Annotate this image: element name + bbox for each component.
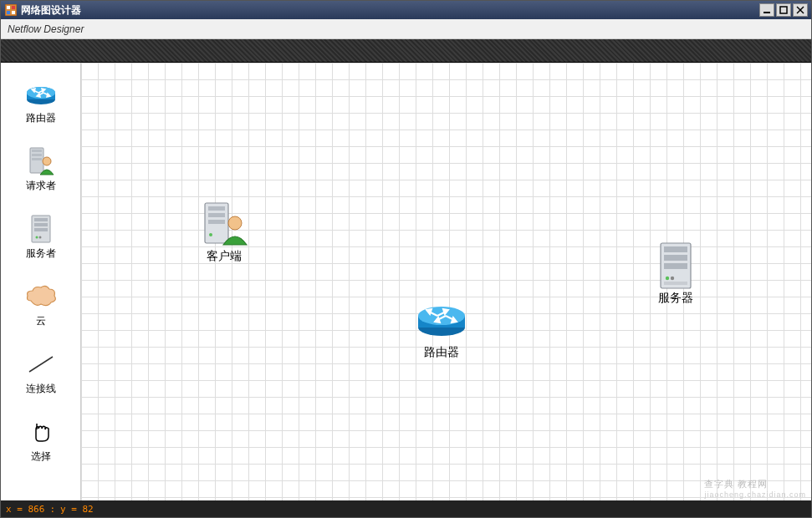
cloud-icon xyxy=(24,282,58,311)
svg-point-38 xyxy=(209,233,212,236)
tool-label: 服务者 xyxy=(26,246,56,261)
design-canvas[interactable]: 客户端 xyxy=(81,63,811,500)
status-x-label: x xyxy=(6,504,12,515)
svg-line-32 xyxy=(29,357,53,372)
svg-rect-24 xyxy=(32,158,42,160)
svg-point-12 xyxy=(27,87,55,99)
tool-line[interactable]: 连接线 xyxy=(1,348,80,398)
line-icon xyxy=(24,350,58,378)
svg-point-25 xyxy=(43,157,51,165)
node-router[interactable]: 路由器 xyxy=(416,297,467,360)
svg-point-31 xyxy=(38,236,41,239)
status-bar: x = 866 : y = 82 xyxy=(1,500,811,517)
svg-rect-22 xyxy=(32,150,42,152)
minimize-button[interactable] xyxy=(759,3,774,17)
close-button[interactable] xyxy=(793,3,808,17)
main-area: 路由器 请求者 xyxy=(1,63,811,500)
requester-icon xyxy=(24,147,58,175)
server-node-icon xyxy=(650,242,702,289)
client-node-icon xyxy=(198,201,250,247)
node-server[interactable]: 服务器 xyxy=(650,242,702,306)
svg-point-39 xyxy=(228,216,242,230)
svg-rect-36 xyxy=(208,213,225,217)
node-label: 路由器 xyxy=(424,345,459,360)
tool-label: 路由器 xyxy=(26,111,56,125)
svg-point-55 xyxy=(666,277,669,280)
tool-server[interactable]: 服务者 xyxy=(1,213,80,262)
status-y-value: 82 xyxy=(83,504,94,515)
window-controls xyxy=(759,3,808,17)
svg-rect-53 xyxy=(664,255,687,261)
select-icon xyxy=(24,418,58,446)
edge-layer xyxy=(81,63,332,188)
titlebar[interactable]: 网络图设计器 xyxy=(1,1,811,19)
svg-rect-2 xyxy=(12,6,15,9)
svg-rect-37 xyxy=(208,220,225,224)
tool-requester[interactable]: 请求者 xyxy=(1,145,80,195)
tool-label: 连接线 xyxy=(26,382,56,396)
tool-cloud[interactable]: 云 xyxy=(1,281,80,330)
svg-rect-4 xyxy=(12,11,15,14)
canvas-viewport[interactable]: 客户端 xyxy=(81,63,811,500)
status-y-label: y xyxy=(60,504,66,515)
svg-rect-57 xyxy=(664,282,687,285)
status-separator: : xyxy=(49,504,55,515)
status-x-value: 866 xyxy=(28,504,45,515)
node-label: 服务器 xyxy=(658,291,693,306)
subheader: Netflow Designer xyxy=(1,19,811,39)
tool-label: 云 xyxy=(36,314,46,328)
svg-rect-1 xyxy=(7,6,10,9)
maximize-button[interactable] xyxy=(776,3,791,17)
router-node-icon xyxy=(416,297,467,343)
ribbon-bar xyxy=(1,39,811,63)
router-icon xyxy=(24,79,58,108)
svg-rect-29 xyxy=(34,228,48,231)
svg-rect-6 xyxy=(780,7,787,13)
node-client[interactable]: 客户端 xyxy=(198,201,250,264)
app-window: 网络图设计器 Netflow Designer xyxy=(0,0,812,518)
svg-rect-23 xyxy=(32,154,42,156)
subheader-title: Netflow Designer xyxy=(8,23,84,35)
svg-point-30 xyxy=(35,236,38,239)
app-icon xyxy=(4,3,18,17)
svg-rect-54 xyxy=(664,263,687,269)
svg-rect-35 xyxy=(208,206,225,211)
toolbox: 路由器 请求者 xyxy=(1,63,81,500)
svg-rect-28 xyxy=(34,223,48,226)
server-icon xyxy=(24,215,58,243)
tool-label: 选择 xyxy=(31,449,51,464)
window-title: 网络图设计器 xyxy=(21,3,759,18)
tool-select[interactable]: 选择 xyxy=(1,416,80,465)
tool-router[interactable]: 路由器 xyxy=(1,78,80,127)
svg-rect-27 xyxy=(34,218,48,221)
svg-point-56 xyxy=(671,277,674,280)
svg-rect-52 xyxy=(664,246,687,252)
tool-label: 请求者 xyxy=(26,179,56,193)
svg-rect-3 xyxy=(7,11,10,14)
node-label: 客户端 xyxy=(207,249,242,264)
